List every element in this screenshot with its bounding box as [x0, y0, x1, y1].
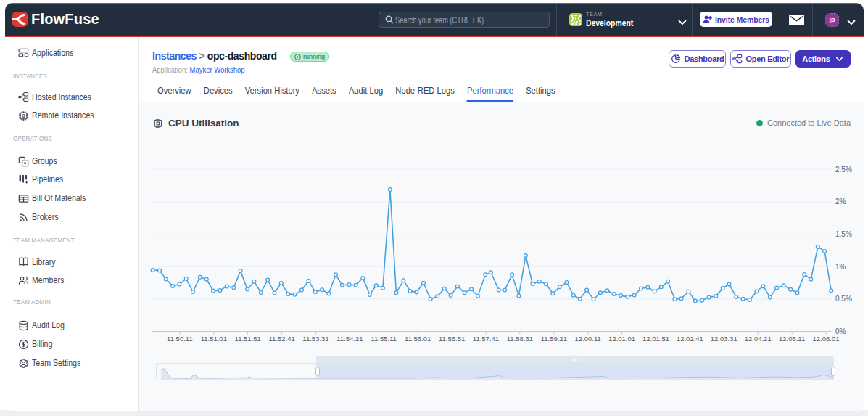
svg-text:11:59:21: 11:59:21 [541, 335, 567, 343]
svg-text:11:52:41: 11:52:41 [268, 335, 294, 343]
svg-text:11:51:01: 11:51:01 [201, 335, 227, 343]
svg-text:12:05:11: 12:05:11 [779, 335, 805, 343]
svg-text:1.5%: 1.5% [835, 230, 852, 238]
svg-text:11:54:21: 11:54:21 [336, 335, 363, 343]
svg-text:11:50:11: 11:50:11 [167, 335, 193, 343]
svg-text:12:03:31: 12:03:31 [711, 335, 737, 343]
svg-text:12:00:11: 12:00:11 [575, 335, 601, 343]
svg-text:12:01:01: 12:01:01 [608, 335, 635, 343]
svg-text:2.5%: 2.5% [835, 166, 852, 174]
svg-text:12:06:01: 12:06:01 [813, 335, 840, 343]
svg-text:11:56:01: 11:56:01 [405, 335, 431, 343]
svg-text:12:01:51: 12:01:51 [642, 335, 669, 343]
svg-text:0.5%: 0.5% [835, 295, 852, 303]
svg-text:11:57:41: 11:57:41 [473, 335, 499, 343]
svg-text:1%: 1% [835, 263, 846, 271]
svg-text:2%: 2% [835, 197, 846, 205]
svg-text:12:02:41: 12:02:41 [677, 335, 703, 343]
svg-text:11:58:31: 11:58:31 [507, 335, 533, 343]
svg-text:11:56:51: 11:56:51 [439, 335, 465, 343]
svg-text:11:53:31: 11:53:31 [302, 335, 328, 343]
svg-text:12:04:21: 12:04:21 [745, 335, 772, 343]
svg-text:11:51:51: 11:51:51 [235, 335, 261, 343]
svg-text:11:55:11: 11:55:11 [371, 335, 397, 343]
